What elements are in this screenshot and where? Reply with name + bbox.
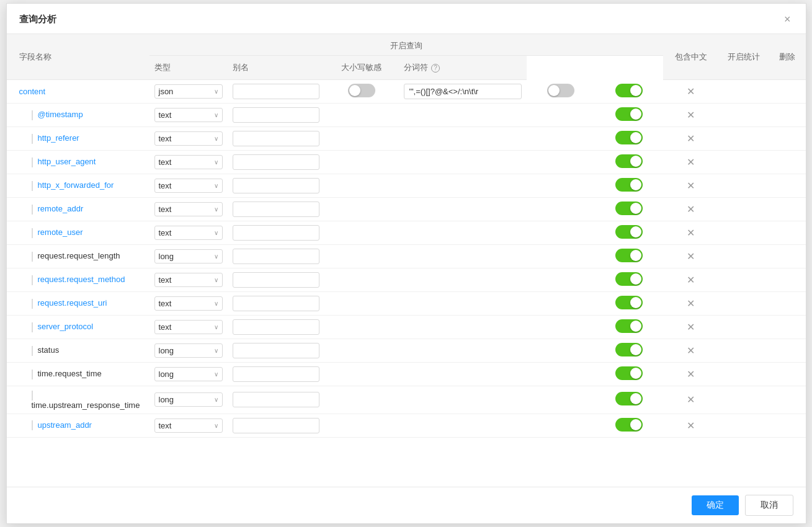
delete-button[interactable]: ✕ xyxy=(683,249,698,264)
type-value: text xyxy=(159,205,172,214)
type-select[interactable]: text∨ xyxy=(154,320,223,334)
include-chinese-cell xyxy=(527,151,595,174)
delete-button[interactable]: ✕ xyxy=(683,343,698,358)
delete-button[interactable]: ✕ xyxy=(683,273,698,287)
delete-button[interactable]: ✕ xyxy=(683,202,698,216)
field-name[interactable]: server_protocol xyxy=(38,322,94,331)
alias-input[interactable] xyxy=(233,131,319,146)
confirm-button[interactable]: 确定 xyxy=(692,495,739,515)
alias-cell xyxy=(228,80,324,104)
field-cell: request.request_uri xyxy=(7,292,149,316)
field-name[interactable]: request.request_uri xyxy=(38,298,107,308)
delete-button[interactable]: ✕ xyxy=(683,392,698,407)
field-cell: remote_addr xyxy=(7,198,149,221)
alias-input[interactable] xyxy=(233,392,319,407)
delimiter-input[interactable] xyxy=(404,84,522,99)
enable-stats-toggle[interactable] xyxy=(615,107,643,121)
type-cell: text∨ xyxy=(149,268,228,292)
case-sensitive-cell xyxy=(324,198,399,221)
alias-input[interactable] xyxy=(233,154,319,170)
delete-button[interactable]: ✕ xyxy=(683,155,698,169)
enable-stats-toggle[interactable] xyxy=(615,84,643,97)
type-select[interactable]: text∨ xyxy=(154,226,223,240)
enable-stats-toggle[interactable] xyxy=(615,319,643,333)
alias-input[interactable] xyxy=(233,249,319,264)
type-select[interactable]: json∨ xyxy=(154,84,223,99)
enable-stats-toggle[interactable] xyxy=(615,225,643,239)
enable-stats-toggle[interactable] xyxy=(615,366,643,380)
enable-stats-toggle[interactable] xyxy=(615,296,643,309)
field-name[interactable]: http_user_agent xyxy=(38,157,96,166)
type-select[interactable]: text∨ xyxy=(154,202,223,216)
delete-button[interactable]: ✕ xyxy=(683,179,698,193)
field-name[interactable]: upstream_addr xyxy=(38,420,92,430)
type-cell: text∨ xyxy=(149,221,228,245)
alias-cell xyxy=(228,221,324,245)
enable-stats-toggle[interactable] xyxy=(615,249,643,262)
alias-cell xyxy=(228,414,324,437)
alias-input[interactable] xyxy=(233,418,319,433)
col-header-delimiter: 分词符 ? xyxy=(399,56,527,80)
table-row: remote_addrtext∨✕ xyxy=(7,198,806,221)
type-value: long xyxy=(159,370,174,379)
case-sensitive-cell xyxy=(324,174,399,198)
type-select[interactable]: long∨ xyxy=(154,392,223,407)
alias-input[interactable] xyxy=(233,225,319,241)
enable-stats-toggle[interactable] xyxy=(615,272,643,286)
field-name[interactable]: request.request_method xyxy=(38,275,125,284)
field-name[interactable]: http_referer xyxy=(38,133,79,143)
field-name[interactable]: @timestamp xyxy=(38,110,83,119)
delimiter-cell xyxy=(399,221,527,245)
type-select[interactable]: text∨ xyxy=(154,131,223,146)
type-select[interactable]: text∨ xyxy=(154,273,223,287)
delimiter-help-icon[interactable]: ? xyxy=(431,64,440,73)
field-cell: time.upstream_response_time xyxy=(7,386,149,414)
enable-stats-toggle[interactable] xyxy=(615,202,643,215)
enable-stats-toggle[interactable] xyxy=(615,392,643,405)
type-select[interactable]: text∨ xyxy=(154,108,223,122)
type-select[interactable]: text∨ xyxy=(154,179,223,193)
include-chinese-toggle[interactable] xyxy=(547,84,574,97)
alias-input[interactable] xyxy=(233,366,319,382)
type-select[interactable]: text∨ xyxy=(154,418,223,433)
delete-button[interactable]: ✕ xyxy=(683,108,698,122)
type-select[interactable]: text∨ xyxy=(154,155,223,169)
table-row: http_x_forwarded_fortext∨✕ xyxy=(7,174,806,198)
field-name[interactable]: remote_addr xyxy=(38,204,84,213)
alias-input[interactable] xyxy=(233,202,319,217)
enable-stats-toggle[interactable] xyxy=(615,154,643,168)
field-name[interactable]: content xyxy=(19,87,46,96)
alias-input[interactable] xyxy=(233,107,319,123)
case-sensitive-toggle[interactable] xyxy=(348,84,375,97)
table-row: server_protocoltext∨✕ xyxy=(7,316,806,339)
alias-input[interactable] xyxy=(233,84,319,99)
type-select[interactable]: long∨ xyxy=(154,367,223,381)
enable-stats-toggle[interactable] xyxy=(615,343,643,356)
field-name[interactable]: http_x_forwarded_for xyxy=(38,180,114,190)
delete-button[interactable]: ✕ xyxy=(683,226,698,240)
enable-stats-toggle[interactable] xyxy=(615,131,643,144)
delete-button[interactable]: ✕ xyxy=(683,367,698,381)
alias-input[interactable] xyxy=(233,343,319,358)
type-cell: text∨ xyxy=(149,316,228,339)
enable-stats-toggle[interactable] xyxy=(615,178,643,192)
field-cell: time.request_time xyxy=(7,363,149,386)
type-select[interactable]: text∨ xyxy=(154,296,223,311)
enable-stats-toggle[interactable] xyxy=(615,418,643,432)
delete-button[interactable]: ✕ xyxy=(683,131,698,146)
alias-input[interactable] xyxy=(233,272,319,288)
cancel-button[interactable]: 取消 xyxy=(745,495,793,516)
field-name[interactable]: remote_user xyxy=(38,228,83,237)
dialog-close-button[interactable]: × xyxy=(782,12,793,26)
delete-button[interactable]: ✕ xyxy=(683,84,698,99)
delete-button[interactable]: ✕ xyxy=(683,320,698,334)
alias-input[interactable] xyxy=(233,178,319,193)
type-select[interactable]: long∨ xyxy=(154,343,223,358)
delete-button[interactable]: ✕ xyxy=(683,418,698,433)
delete-button[interactable]: ✕ xyxy=(683,296,698,311)
alias-input[interactable] xyxy=(233,296,319,311)
type-select[interactable]: long∨ xyxy=(154,249,223,264)
field-cell: http_user_agent xyxy=(7,151,149,174)
table-container[interactable]: 字段名称 开启查询 包含中文 开启统计 删除 类型 别名 大小写敏感 分词符 ? xyxy=(7,34,806,487)
alias-input[interactable] xyxy=(233,319,319,335)
